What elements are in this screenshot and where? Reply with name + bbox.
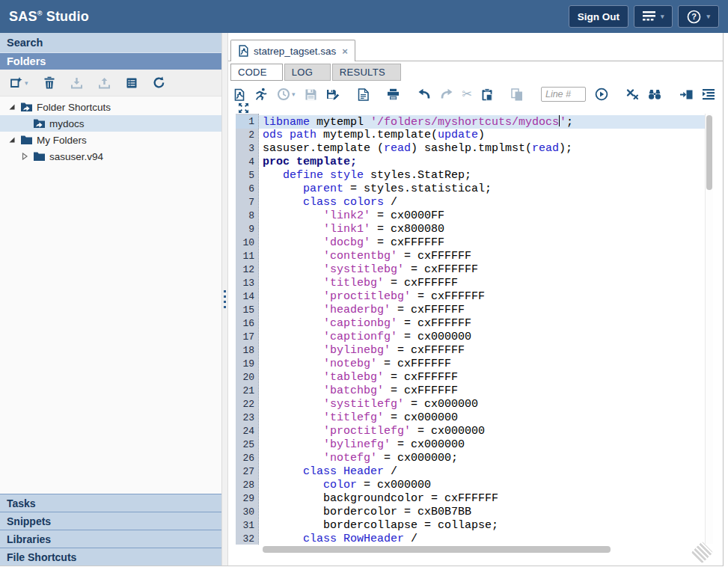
code-line-6[interactable]: parent = styles.statistical; [259,183,705,196]
tab-results[interactable]: RESULTS [332,64,401,81]
code-line-19[interactable]: 'notebg' = cxFFFFFF [259,358,705,371]
refresh-button[interactable] [153,76,165,89]
tab-log[interactable]: LOG [284,64,331,81]
code-line-23[interactable]: 'titlefg' = cx000000 [259,411,705,425]
panel-snippets[interactable]: Snippets [0,512,221,530]
tree-item-label: mydocs [49,118,85,129]
code-line-32[interactable]: class RowHeader / [259,533,705,545]
app-options-button[interactable]: ▾ [634,5,673,28]
code-line-24[interactable]: 'proctitlefg' = cx000000 [259,425,705,438]
print-preview-button[interactable] [358,88,369,101]
goto-line-input[interactable] [541,87,586,102]
code-line-28[interactable]: color = cx000000 [259,479,705,492]
clear-code-button[interactable] [626,88,639,100]
run-button[interactable] [254,88,268,101]
code-line-8[interactable]: 'link2' = cx0000FF [259,209,705,223]
code-line-15[interactable]: 'headerbg' = cxFFFFFF [259,304,705,317]
cut-button[interactable]: ✂ [462,88,472,100]
line-number: 4 [236,156,258,169]
save-button[interactable] [305,88,317,101]
jump-to-button[interactable] [679,89,693,100]
format-code-button[interactable] [702,88,715,100]
new-program-button[interactable] [233,88,245,101]
panel-libraries[interactable]: Libraries [0,530,221,548]
twisty-expanded-icon[interactable] [7,136,16,144]
close-tab-icon[interactable]: × [342,46,348,57]
tree-item-label: sasuser.v94 [49,151,103,162]
code-line-3[interactable]: sasuser.template (read) sashelp.tmplmst(… [259,142,705,156]
delete-button[interactable] [43,76,55,89]
redo-button[interactable] [440,88,453,100]
tree-item-mydocs[interactable]: mydocs [0,115,221,132]
folder-icon [20,135,33,145]
format-code-icon [702,88,715,100]
sidebar-bottom-panels: TasksSnippetsLibrariesFile Shortcuts [0,494,221,566]
code-line-1[interactable]: libname mytempl '/folders/myshortcuts/my… [259,115,705,129]
submission-history-button[interactable]: ▾ [277,88,296,101]
code-line-13[interactable]: 'titlebg' = cxFFFFFF [259,277,705,290]
content-frame: Search Folders ▾ Folder ShortcutsmydocsM… [0,33,724,566]
code-line-20[interactable]: 'tablebg' = cxFFFFFF [259,371,705,384]
tab-statrep-tagset-sas[interactable]: statrep_tagset.sas × [230,40,355,61]
print-button[interactable] [387,88,400,100]
folders-panel-header[interactable]: Folders [0,53,221,70]
tree-item-my-folders[interactable]: My Folders [0,132,221,148]
undo-button[interactable] [417,88,431,100]
line-number: 11 [236,250,258,263]
twisty-collapsed-icon[interactable] [20,153,29,160]
panel-file-shortcuts[interactable]: File Shortcuts [0,548,221,566]
code-line-9[interactable]: 'link1' = cx800080 [259,223,705,236]
line-number: 23 [236,411,258,425]
code-line-22[interactable]: 'systitlefg' = cx000000 [259,398,705,411]
find-replace-button[interactable] [648,88,661,100]
navigation-sidebar: Search Folders ▾ Folder ShortcutsmydocsM… [0,33,221,566]
code-line-11[interactable]: 'contentbg' = cxFFFFFF [259,250,705,263]
save-as-button[interactable] [326,88,340,101]
tree-item-sasuser-v94[interactable]: sasuser.v94 [0,148,221,165]
vertical-scrollbar[interactable] [705,114,713,544]
code-line-16[interactable]: 'captionbg' = cxFFFFFF [259,317,705,331]
code-editor[interactable]: 1234567891011121314151617181920212223242… [236,114,713,554]
code-line-29[interactable]: backgroundcolor = cxFFFFFF [259,492,705,506]
code-line-30[interactable]: bordercolor = cxB0B7BB [259,506,705,519]
panel-tasks[interactable]: Tasks [0,494,221,512]
code-line-25[interactable]: 'bylinefg' = cx000000 [259,438,705,452]
code-line-21[interactable]: 'batchbg' = cxFFFFFF [259,384,705,398]
sidebar-splitter[interactable] [221,33,228,566]
code-line-14[interactable]: 'proctitlebg' = cxFFFFFF [259,290,705,304]
line-number: 7 [236,196,258,209]
code-line-5[interactable]: define style styles.StatRep; [259,169,705,183]
code-line-10[interactable]: 'docbg' = cxFFFFFF [259,236,705,250]
redo-icon [440,88,453,100]
copy-button[interactable] [511,88,523,101]
chevron-down-icon: ▾ [292,91,296,98]
new-item-button[interactable]: ▾ [10,76,28,90]
horizontal-scrollbar[interactable] [263,546,653,554]
twisty-expanded-icon[interactable] [7,103,16,111]
paste-button[interactable] [481,88,493,101]
properties-button[interactable] [126,77,138,89]
vertical-scrollbar-thumb[interactable] [706,115,712,190]
code-line-26[interactable]: 'notefg' = cx000000; [259,452,705,465]
code-line-27[interactable]: class Header / [259,465,705,479]
code-line-4[interactable]: proc template; [259,156,705,169]
sign-out-button[interactable]: Sign Out [569,5,628,28]
code-area[interactable]: libname mytempl '/folders/myshortcuts/my… [259,114,705,545]
maximize-editor-icon[interactable] [238,102,249,114]
download-button[interactable] [70,77,83,89]
code-line-12[interactable]: 'systitlebg' = cxFFFFFF [259,263,705,277]
code-line-18[interactable]: 'bylinebg' = cxFFFFFF [259,344,705,358]
find-replace-icon [648,88,661,100]
upload-button[interactable] [98,77,111,89]
code-line-7[interactable]: class colors / [259,196,705,209]
sas-program-icon [238,45,249,57]
code-line-2[interactable]: ods path mytempl.template(update) [259,129,705,142]
code-line-17[interactable]: 'captionfg' = cx000000 [259,331,705,344]
tree-item-folder-shortcuts[interactable]: Folder Shortcuts [0,99,221,115]
help-button[interactable]: ?▾ [678,5,719,28]
goto-line-button[interactable] [595,88,608,101]
horizontal-scrollbar-thumb[interactable] [263,546,611,553]
search-panel-header[interactable]: Search [0,33,221,53]
tab-code[interactable]: CODE [230,64,283,81]
code-line-31[interactable]: bordercollapse = collapse; [259,519,705,533]
